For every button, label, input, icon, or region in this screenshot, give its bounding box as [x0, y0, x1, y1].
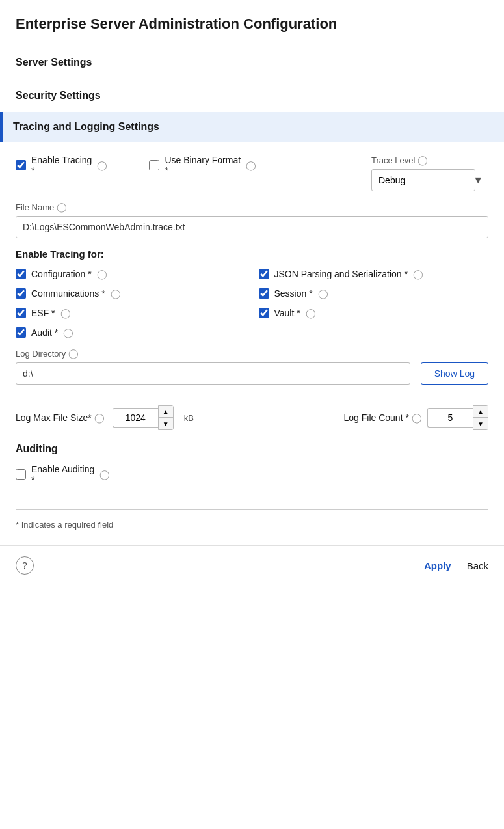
enable-auditing-checkbox[interactable] — [16, 469, 26, 480]
log-max-file-size-input[interactable] — [113, 408, 158, 428]
json-parsing-label: JSON Parsing and Serialization * — [274, 269, 408, 279]
log-max-file-size-spinner-buttons: ▲ ▼ — [158, 405, 174, 430]
tracing-logging-header: Tracing and Logging Settings — [13, 121, 494, 133]
trace-level-select[interactable]: Debug Info Warning Error — [371, 169, 475, 191]
log-max-file-size-unit: kB — [184, 413, 194, 423]
tracing-for-section: Enable Tracing for: Configuration * ◯ JS… — [16, 249, 488, 338]
enable-tracing-hint-icon: ◯ — [97, 160, 107, 170]
audit-checkbox[interactable] — [16, 327, 26, 338]
communications-hint-icon: ◯ — [111, 288, 121, 299]
file-name-hint-icon: ◯ — [57, 202, 67, 212]
esf-checkbox[interactable] — [16, 308, 26, 318]
trace-level-hint-icon: ◯ — [418, 155, 428, 165]
footer-actions: Apply Back — [424, 560, 488, 571]
vault-hint-icon: ◯ — [306, 308, 316, 318]
page-title: Enterprise Server Administration Configu… — [16, 16, 488, 33]
session-checkbox[interactable] — [259, 288, 269, 299]
security-settings-header: Security Settings — [16, 90, 488, 102]
log-file-count-spinner: ▲ ▼ — [427, 405, 488, 430]
divider-3 — [16, 498, 488, 498]
configuration-label: Configuration * — [31, 269, 92, 279]
use-binary-format-label: Use Binary Format* — [165, 155, 241, 176]
checkbox-item-configuration: Configuration * ◯ — [16, 269, 246, 279]
log-file-count-spinner-buttons: ▲ ▼ — [473, 405, 488, 430]
log-file-count-group: Log File Count * ◯ ▲ ▼ — [343, 405, 488, 430]
enable-auditing-group: Enable Auditing* ◯ — [16, 464, 488, 485]
checkbox-item-audit: Audit * ◯ — [16, 327, 246, 338]
use-binary-format-group: Use Binary Format* ◯ — [149, 155, 256, 176]
trace-level-select-wrapper: Debug Info Warning Error ▼ — [371, 169, 488, 191]
tracing-logging-section: Tracing and Logging Settings — [0, 112, 504, 142]
enable-auditing-label: Enable Auditing* — [31, 464, 94, 485]
server-settings-header: Server Settings — [16, 57, 488, 68]
enable-tracing-label: Enable Tracing* — [31, 155, 92, 176]
log-directory-input-wrap — [16, 362, 410, 385]
esf-label: ESF * — [31, 308, 55, 318]
apply-button[interactable]: Apply — [424, 560, 451, 571]
use-binary-format-hint-icon: ◯ — [246, 160, 256, 170]
checkbox-item-session: Session * ◯ — [259, 288, 489, 299]
tracing-top-row: Enable Tracing* ◯ Use Binary Format* ◯ T… — [16, 155, 488, 191]
json-parsing-checkbox[interactable] — [259, 269, 269, 279]
auditing-title: Auditing — [16, 443, 488, 455]
help-button[interactable]: ? — [16, 556, 34, 575]
vault-label: Vault * — [274, 308, 300, 318]
configuration-hint-icon: ◯ — [97, 269, 107, 279]
log-file-count-input[interactable] — [427, 408, 473, 428]
json-parsing-hint-icon: ◯ — [413, 269, 423, 279]
checkbox-item-vault: Vault * ◯ — [259, 308, 489, 318]
log-directory-hint-icon: ◯ — [68, 348, 79, 359]
log-max-file-size-down-button[interactable]: ▼ — [159, 418, 173, 429]
checkbox-item-communications: Communications * ◯ — [16, 288, 246, 299]
trace-level-label: Trace Level ◯ — [371, 155, 488, 165]
configuration-checkbox[interactable] — [16, 269, 26, 279]
checkbox-item-json-parsing: JSON Parsing and Serialization * ◯ — [259, 269, 489, 279]
log-max-file-size-hint-icon: ◯ — [94, 413, 105, 423]
log-directory-input[interactable] — [16, 362, 410, 385]
audit-hint-icon: ◯ — [63, 327, 73, 338]
esf-hint-icon: ◯ — [60, 308, 71, 318]
divider-2 — [16, 79, 488, 79]
log-directory-label: Log Directory ◯ — [16, 348, 488, 359]
session-label: Session * — [274, 288, 313, 299]
file-name-input[interactable] — [16, 216, 488, 238]
enable-tracing-group: Enable Tracing* ◯ — [16, 155, 107, 176]
trace-level-group: Trace Level ◯ Debug Info Warning Error ▼ — [371, 155, 488, 191]
use-binary-format-checkbox[interactable] — [149, 160, 159, 170]
help-icon: ? — [22, 560, 27, 571]
log-directory-group: Log Directory ◯ Show Log — [16, 348, 488, 395]
vault-checkbox[interactable] — [259, 308, 269, 318]
tracing-for-grid: Configuration * ◯ JSON Parsing and Seria… — [16, 269, 488, 338]
log-size-row: Log Max File Size* ◯ ▲ ▼ kB Log File Cou… — [16, 405, 488, 430]
file-name-group: File Name ◯ — [16, 202, 488, 238]
log-file-count-hint-icon: ◯ — [412, 413, 422, 423]
required-note: * Indicates a required field — [16, 509, 488, 530]
tracing-for-title: Enable Tracing for: — [16, 249, 488, 260]
divider-1 — [16, 46, 488, 46]
session-hint-icon: ◯ — [318, 288, 328, 299]
log-file-count-up-button[interactable]: ▲ — [473, 406, 488, 418]
log-max-file-size-label: Log Max File Size* ◯ — [16, 413, 105, 423]
show-log-button[interactable]: Show Log — [421, 362, 488, 385]
back-button[interactable]: Back — [467, 560, 488, 571]
checkbox-item-esf: ESF * ◯ — [16, 308, 246, 318]
enable-tracing-checkbox[interactable] — [16, 160, 26, 170]
communications-label: Communications * — [31, 288, 105, 299]
audit-label: Audit * — [31, 327, 58, 338]
footer: ? Apply Back — [0, 545, 504, 585]
log-file-count-down-button[interactable]: ▼ — [473, 418, 488, 429]
log-directory-row: Show Log — [16, 362, 488, 385]
communications-checkbox[interactable] — [16, 288, 26, 299]
file-name-label: File Name ◯ — [16, 202, 488, 212]
auditing-section: Auditing Enable Auditing* ◯ — [16, 443, 488, 485]
log-max-file-size-spinner: ▲ ▼ — [113, 405, 174, 430]
log-file-count-label: Log File Count * ◯ — [343, 413, 422, 423]
enable-auditing-hint-icon: ◯ — [99, 469, 110, 480]
log-max-file-size-up-button[interactable]: ▲ — [159, 406, 173, 418]
